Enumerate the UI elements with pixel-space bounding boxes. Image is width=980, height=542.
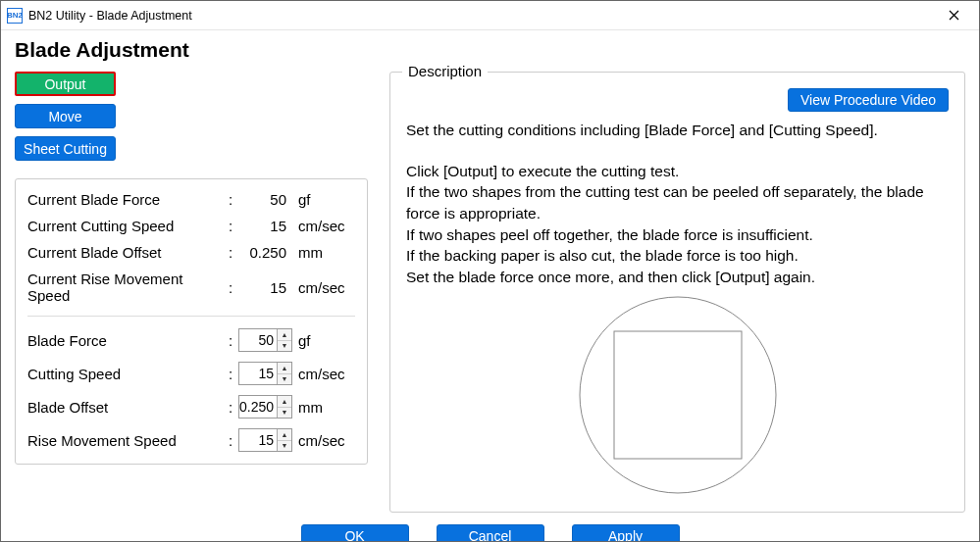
parameters-panel: Current Blade Force : 50 gf Current Cutt… [15,178,368,465]
output-button[interactable]: Output [15,72,116,96]
blade-force-row: Blade Force : ▲ ▼ gf [27,328,355,352]
value: 15 [238,279,292,296]
current-blade-offset-row: Current Blade Offset : 0.250 mm [27,244,355,261]
label: Current Blade Offset [27,244,229,261]
unit: mm [292,399,356,416]
cutting-speed-input[interactable] [239,363,277,384]
rise-speed-row: Rise Movement Speed : ▲ ▼ cm/sec [27,428,355,452]
stepper-down-icon[interactable]: ▼ [278,341,291,352]
current-rise-speed-row: Current Rise Movement Speed : 15 cm/sec [27,271,355,304]
unit: gf [292,332,356,349]
unit: mm [292,244,356,261]
footer-buttons: OK Cancel Apply [15,524,965,542]
close-icon[interactable] [934,2,973,29]
desc-line: If two shapes peel off together, the bla… [406,224,949,246]
cancel-button[interactable]: Cancel [437,524,544,542]
description-text: Set the cutting conditions including [Bl… [406,120,949,288]
desc-line: If the backing paper is also cut, the bl… [406,245,949,267]
colon: : [229,366,238,382]
current-blade-force-row: Current Blade Force : 50 gf [27,191,355,208]
value: 0.250 [238,244,292,261]
stepper-down-icon[interactable]: ▼ [278,408,291,419]
blade-force-input[interactable] [239,329,277,351]
label: Cutting Speed [27,366,229,382]
unit: gf [292,191,356,208]
view-procedure-video-button[interactable]: View Procedure Video [788,88,949,112]
label: Blade Force [27,332,229,349]
sheet-cutting-button[interactable]: Sheet Cutting [15,136,116,161]
colon: : [229,244,238,261]
colon: : [229,399,238,416]
stepper-up-icon[interactable]: ▲ [278,329,291,341]
current-cutting-speed-row: Current Cutting Speed : 15 cm/sec [27,218,355,234]
rise-speed-input[interactable] [239,429,277,451]
window-title: BN2 Utility - Blade Adjustment [28,9,192,23]
left-panel: Output Move Sheet Cutting Current Blade … [15,72,368,513]
unit: cm/sec [292,432,356,449]
cutting-test-diagram [406,292,949,498]
cutting-speed-stepper[interactable]: ▲ ▼ [238,362,292,385]
stepper-down-icon[interactable]: ▼ [278,374,291,385]
svg-point-0 [580,297,776,493]
unit: cm/sec [292,366,356,382]
blade-offset-input[interactable] [239,396,277,418]
stepper-up-icon[interactable]: ▲ [278,363,291,374]
apply-button[interactable]: Apply [572,524,680,542]
stepper-up-icon[interactable]: ▲ [278,429,291,441]
page-title: Blade Adjustment [15,38,965,62]
rise-speed-stepper[interactable]: ▲ ▼ [238,428,292,452]
colon: : [229,332,238,349]
colon: : [229,279,238,296]
value: 50 [238,191,292,208]
blade-offset-row: Blade Offset : ▲ ▼ mm [27,395,355,419]
label: Current Cutting Speed [27,218,229,234]
ok-button[interactable]: OK [301,524,409,542]
description-panel: Description View Procedure Video Set the… [389,72,965,513]
stepper-down-icon[interactable]: ▼ [278,441,291,452]
value: 15 [238,218,292,234]
colon: : [229,218,238,234]
divider [27,316,355,317]
desc-line: Click [Output] to execute the cutting te… [406,161,949,182]
label: Current Rise Movement Speed [27,271,229,304]
label: Current Blade Force [27,191,229,208]
stepper-up-icon[interactable]: ▲ [278,396,291,408]
label: Rise Movement Speed [27,432,229,449]
move-button[interactable]: Move [15,104,116,128]
description-heading: Description [402,63,488,79]
svg-rect-1 [614,331,742,459]
titlebar: BN2 BN2 Utility - Blade Adjustment [1,1,979,30]
unit: cm/sec [292,279,356,296]
colon: : [229,191,238,208]
desc-line: Set the blade force once more, and then … [406,267,949,288]
desc-line: Set the cutting conditions including [Bl… [406,120,949,141]
colon: : [229,432,238,449]
app-icon: BN2 [7,8,23,24]
cutting-speed-row: Cutting Speed : ▲ ▼ cm/sec [27,362,355,385]
desc-line: If the two shapes from the cutting test … [406,181,949,223]
unit: cm/sec [292,218,356,234]
label: Blade Offset [27,399,229,416]
blade-force-stepper[interactable]: ▲ ▼ [238,328,292,352]
blade-offset-stepper[interactable]: ▲ ▼ [238,395,292,419]
